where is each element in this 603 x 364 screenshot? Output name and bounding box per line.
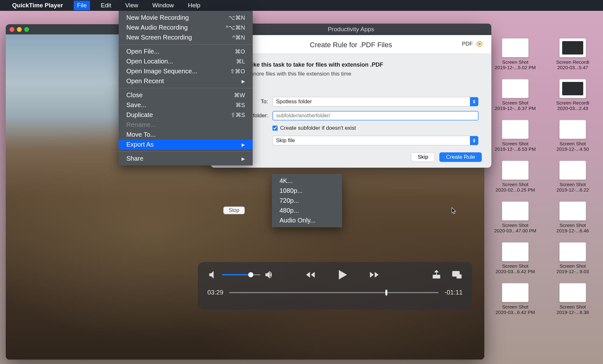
subfolder-input[interactable] (272, 111, 479, 120)
desktop-file[interactable]: Screen Shot2019-12-...6.53 PM (491, 120, 539, 152)
create-subfolder-checkbox[interactable]: Create subfolder if doesn't exist (272, 125, 479, 131)
desktop-file[interactable]: Screen Shot2020-02...0.25 PM (491, 161, 539, 193)
image-thumbnail-icon (502, 201, 529, 221)
pip-icon[interactable] (451, 269, 463, 280)
menu-item-new-screen-recording[interactable]: New Screen Recording^⌘N (119, 33, 253, 42)
menu-item-rename: Rename... (119, 120, 253, 130)
menu-item-open-recent[interactable]: Open Recent▶ (119, 76, 253, 86)
to-select[interactable]: Spotless folder (272, 97, 479, 106)
menu-item-open-file[interactable]: Open File...⌘O (119, 47, 253, 56)
menu-bar: QuickTime Player File Edit View Window H… (0, 0, 603, 11)
export-option-audio-only[interactable]: Audio Only... (272, 215, 342, 225)
desktop-file[interactable]: Screen Shot2020-03...6.42 PM (491, 283, 539, 315)
dialog-question: would you like this task to take for fil… (211, 54, 491, 71)
image-thumbnail-icon (502, 283, 529, 302)
desktop-file[interactable]: Screen Recordi2020-03...5.47 (549, 38, 597, 70)
share-icon[interactable] (431, 269, 442, 280)
menu-item-export-as[interactable]: Export As▶ (119, 140, 253, 149)
dialog-header: Create Rule for .PDF Files PDF (211, 35, 491, 54)
video-thumbnail-icon (559, 38, 586, 57)
menu-item-open-image-sequence[interactable]: Open Image Sequence...⇧⌘O (119, 66, 253, 76)
image-thumbnail-icon (559, 201, 586, 221)
video-thumbnail-icon (559, 79, 586, 98)
create-rule-button[interactable]: Create Rule (439, 152, 482, 162)
desktop-file-grid: Screen Shot2019-12-...5.02 PMScreen Reco… (491, 38, 600, 315)
play-button[interactable] (335, 268, 349, 282)
pdf-badge: PDF (462, 41, 482, 47)
export-option-1080p[interactable]: 1080p... (272, 186, 342, 196)
menu-view[interactable]: View (122, 1, 142, 10)
stop-button[interactable]: Stop (223, 207, 245, 214)
export-option-720p[interactable]: 720p... (272, 196, 342, 206)
close-window-button[interactable] (10, 27, 14, 32)
forward-button[interactable] (368, 269, 380, 280)
productivity-dialog: Productivity Apps Create Rule for .PDF F… (211, 24, 491, 168)
progress-slider[interactable] (229, 292, 439, 293)
minimize-window-button[interactable] (17, 27, 22, 32)
chevron-right-icon: ▶ (242, 79, 245, 84)
image-thumbnail-icon (502, 161, 529, 180)
desktop-file[interactable]: Screen Recordi2020-03...2.43 (549, 79, 597, 111)
dialog-subtext: ress skip to ignore files with this file… (211, 71, 491, 77)
desktop-file[interactable]: Screen Shot2019-12-...6.37 PM (491, 79, 539, 111)
image-thumbnail-icon (559, 283, 586, 302)
export-option-4k[interactable]: 4K... (272, 176, 342, 186)
desktop-file[interactable]: Screen Shot2019-12-...6.22 (549, 161, 597, 193)
desktop-file[interactable]: Screen Shot2019-12-...4.50 (549, 120, 597, 152)
volume-slider[interactable] (222, 274, 260, 275)
pdf-radio-icon[interactable] (477, 41, 482, 47)
menu-item-duplicate[interactable]: Duplicate⇧⌘S (119, 110, 253, 120)
menu-window[interactable]: Window (149, 1, 177, 10)
app-name[interactable]: QuickTime Player (12, 2, 63, 9)
menu-file[interactable]: File (74, 1, 90, 10)
rewind-button[interactable] (305, 269, 316, 280)
export-option-480p[interactable]: 480p... (272, 206, 342, 215)
playback-hud: 03:29 -01:11 (198, 262, 472, 310)
checkbox-icon[interactable] (272, 126, 278, 131)
desktop-file[interactable]: Screen Shot2020-03...47.00 PM (491, 201, 539, 233)
desktop-file[interactable]: Screen Shot2019-12-...6.46 (549, 201, 597, 233)
export-as-submenu: 4K...1080p...720p...480p...Audio Only... (272, 174, 342, 227)
image-thumbnail-icon (502, 38, 529, 57)
menu-item-save[interactable]: Save...⌘S (119, 100, 253, 110)
mouse-cursor-icon (451, 207, 457, 215)
volume-control[interactable] (207, 269, 275, 280)
fullscreen-window-button[interactable] (24, 27, 29, 32)
menu-item-new-audio-recording[interactable]: New Audio Recording^⌥⌘N (119, 23, 253, 33)
image-thumbnail-icon (502, 120, 529, 139)
menu-edit[interactable]: Edit (98, 1, 115, 10)
volume-low-icon (207, 269, 219, 280)
menu-item-share[interactable]: Share▶ (119, 154, 253, 164)
desktop-file[interactable]: Screen Shot2019-12-...9.03 (549, 242, 597, 274)
menu-item-new-movie-recording[interactable]: New Movie Recording⌥⌘N (119, 13, 253, 23)
image-thumbnail-icon (502, 79, 529, 98)
desktop-file[interactable]: Screen Shot2020-03...6.42 PM (491, 242, 539, 274)
image-thumbnail-icon (559, 120, 586, 139)
menu-item-close[interactable]: Close⌘W (119, 90, 253, 100)
skip-button[interactable]: Skip (411, 152, 435, 162)
image-thumbnail-icon (502, 242, 529, 261)
menu-item-open-location[interactable]: Open Location...⌘L (119, 56, 253, 66)
chevron-right-icon: ▶ (242, 142, 245, 147)
chevron-right-icon: ▶ (242, 156, 245, 161)
image-thumbnail-icon (559, 161, 586, 180)
dialog-title: Productivity Apps (211, 24, 491, 35)
svg-rect-1 (457, 275, 461, 278)
volume-high-icon (264, 269, 275, 280)
file-menu-dropdown: New Movie Recording⌥⌘NNew Audio Recordin… (119, 11, 253, 165)
menu-item-move-to[interactable]: Move To... (119, 130, 253, 140)
remaining-time: -01:11 (444, 289, 463, 296)
desktop-file[interactable]: Screen Shot2019-12-...5.02 PM (491, 38, 539, 70)
elapsed-time: 03:29 (207, 289, 223, 296)
skip-select[interactable]: Skip file (272, 136, 479, 145)
desktop-file[interactable]: Screen Shot2019-12-...8.38 (549, 283, 597, 315)
menu-help[interactable]: Help (185, 1, 204, 10)
image-thumbnail-icon (559, 242, 586, 261)
